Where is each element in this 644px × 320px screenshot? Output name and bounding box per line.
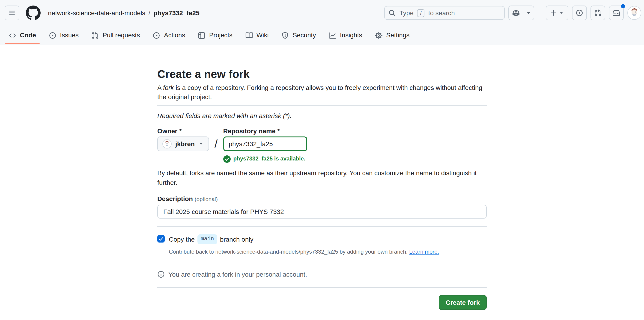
tab-wiki[interactable]: Wiki xyxy=(241,26,273,45)
breadcrumb-repo-link[interactable]: phys7332_fa25 xyxy=(154,9,200,16)
create-new-button[interactable] xyxy=(546,5,568,20)
inbox-wrapper xyxy=(609,5,624,20)
search-input[interactable]: Type / to search xyxy=(384,6,505,20)
user-avatar[interactable] xyxy=(628,6,641,20)
check-icon xyxy=(158,236,164,242)
naming-note: By default, forks are named the same as … xyxy=(157,169,487,188)
copy-main-branch-label[interactable]: Copy the main branch only xyxy=(169,235,254,244)
availability-message: phys7332_fa25 is available. xyxy=(223,155,307,163)
github-logo[interactable] xyxy=(26,5,40,20)
tab-settings[interactable]: Settings xyxy=(371,26,414,45)
tab-label: Insights xyxy=(340,31,362,40)
branch-option-row: Copy the main branch only xyxy=(157,235,487,244)
table-icon xyxy=(198,31,206,39)
tab-label: Code xyxy=(20,31,36,40)
tab-issues[interactable]: Issues xyxy=(45,26,83,45)
owner-repo-row: Owner * jkbren xyxy=(157,127,487,163)
tab-label: Projects xyxy=(209,31,232,40)
search-placeholder-suffix: to search xyxy=(428,8,455,18)
pull-requests-dashboard-button[interactable] xyxy=(590,5,605,20)
slash-keycap: / xyxy=(417,9,425,17)
personal-note-text: You are creating a fork in your personal… xyxy=(168,270,307,279)
learn-more-link[interactable]: Learn more. xyxy=(409,249,439,255)
fork-word: fork xyxy=(163,84,174,91)
graph-icon xyxy=(329,31,336,39)
divider xyxy=(157,227,487,227)
tab-label: Settings xyxy=(386,31,410,40)
hamburger-menu-button[interactable] xyxy=(4,5,20,20)
divider xyxy=(157,105,487,106)
owner-label: Owner * xyxy=(157,127,209,135)
git-pull-request-icon xyxy=(92,31,99,39)
search-placeholder-prefix: Type xyxy=(400,8,414,18)
required-fields-note: Required fields are marked with an aster… xyxy=(157,111,487,120)
copilot-button[interactable] xyxy=(508,5,534,20)
plus-icon xyxy=(550,9,557,16)
description-label: Description (optional) xyxy=(157,195,487,204)
hamburger-icon xyxy=(8,9,16,16)
tab-projects[interactable]: Projects xyxy=(194,26,237,45)
create-fork-form: Create a new fork A fork is a copy of a … xyxy=(157,45,487,310)
book-icon xyxy=(246,31,253,39)
copilot-icon xyxy=(509,6,523,20)
owner-repo-separator: / xyxy=(214,136,218,151)
chevron-down-icon xyxy=(525,9,532,16)
repo-nav: Code Issues Pull requests Actions Projec… xyxy=(0,26,644,45)
issues-dashboard-button[interactable] xyxy=(572,5,587,20)
personal-account-note: You are creating a fork in your personal… xyxy=(157,270,487,279)
unread-notification-dot xyxy=(621,4,625,8)
repo-name-label: Repository name * xyxy=(223,127,307,135)
search-icon xyxy=(388,9,396,16)
intro-text: A fork is a copy of a repository. Forkin… xyxy=(157,83,487,101)
chevron-down-icon xyxy=(198,141,204,147)
issue-opened-icon xyxy=(576,9,583,16)
tab-security[interactable]: Security xyxy=(278,26,320,45)
tab-label: Wiki xyxy=(256,31,269,40)
header-actions: Type / to search xyxy=(384,5,641,20)
divider xyxy=(157,262,487,262)
chevron-down-icon xyxy=(559,10,564,16)
github-create-fork-page: network-science-data-and-models/phys7332… xyxy=(0,0,644,320)
repo-name-field: Repository name * phys7332_fa25 is avail… xyxy=(223,127,307,163)
inbox-icon xyxy=(613,9,620,16)
tab-actions[interactable]: Actions xyxy=(149,26,189,45)
shield-icon xyxy=(282,31,289,39)
breadcrumb-owner-link[interactable]: network-science-data-and-models xyxy=(48,9,145,16)
breadcrumb-separator: / xyxy=(148,9,150,16)
description-input[interactable] xyxy=(157,205,487,219)
owner-name: jkbren xyxy=(175,140,195,148)
app-header: network-science-data-and-models/phys7332… xyxy=(0,0,644,26)
header-divider xyxy=(540,8,540,17)
tab-insights[interactable]: Insights xyxy=(325,26,366,45)
tab-label: Actions xyxy=(164,31,185,40)
info-icon xyxy=(157,271,165,278)
tab-label: Issues xyxy=(60,31,79,40)
check-circle-icon xyxy=(223,155,230,163)
branch-option-text: Copy the main branch only xyxy=(169,235,254,244)
page-title: Create a new fork xyxy=(157,67,487,81)
play-icon xyxy=(153,31,160,39)
git-pull-request-icon xyxy=(594,9,602,16)
copilot-dropdown-caret[interactable] xyxy=(523,6,534,20)
code-icon xyxy=(9,31,16,39)
divider xyxy=(157,287,487,288)
owner-field: Owner * jkbren xyxy=(157,127,209,151)
gear-icon xyxy=(375,31,382,39)
issue-opened-icon xyxy=(49,31,56,39)
description-field: Description (optional) xyxy=(157,195,487,219)
form-actions: Create fork xyxy=(157,295,487,310)
tab-code[interactable]: Code xyxy=(4,26,40,45)
breadcrumb: network-science-data-and-models/phys7332… xyxy=(48,8,200,18)
tab-pull-requests[interactable]: Pull requests xyxy=(88,26,144,45)
availability-text: phys7332_fa25 is available. xyxy=(233,155,305,163)
owner-avatar xyxy=(162,139,172,148)
owner-select[interactable]: jkbren xyxy=(157,136,209,151)
repo-name-input[interactable] xyxy=(223,136,307,151)
tab-label: Pull requests xyxy=(103,31,140,40)
branch-help-text: Contribute back to network-science-data-… xyxy=(169,248,487,256)
create-fork-button[interactable]: Create fork xyxy=(439,295,487,310)
copy-main-branch-checkbox[interactable] xyxy=(157,235,165,243)
optional-tag: (optional) xyxy=(195,196,218,203)
branch-name-chip: main xyxy=(198,235,217,244)
tab-label: Security xyxy=(293,31,316,40)
